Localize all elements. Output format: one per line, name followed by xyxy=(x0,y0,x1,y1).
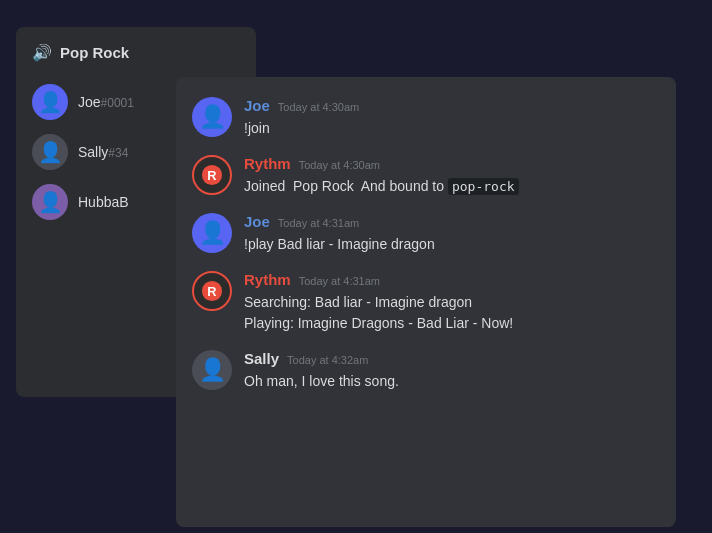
message-text-line: !play Bad liar - Imagine dragon xyxy=(244,234,660,255)
message-author: Sally xyxy=(244,350,279,367)
avatar: 👤 xyxy=(32,134,68,170)
message: R RythmToday at 4:30amJoined Pop Rock An… xyxy=(192,155,660,197)
message-avatar: 👤 xyxy=(192,213,232,253)
message-content: SallyToday at 4:32amOh man, I love this … xyxy=(244,350,660,392)
channel-name: Pop Rock xyxy=(60,44,129,61)
message-content: JoeToday at 4:30am!join xyxy=(244,97,660,139)
user-name: HubbaB xyxy=(78,194,129,210)
message-avatar: 👤 xyxy=(192,97,232,137)
user-name-wrap: Joe#0001 xyxy=(78,93,134,111)
message-text-line: !join xyxy=(244,118,660,139)
message-text-line: Oh man, I love this song. xyxy=(244,371,660,392)
message-text: Searching: Bad liar - Imagine dragonPlay… xyxy=(244,292,660,334)
avatar: 👤 xyxy=(32,84,68,120)
message-text: Oh man, I love this song. xyxy=(244,371,660,392)
user-name-wrap: HubbaB xyxy=(78,193,129,211)
chat-panel: 👤JoeToday at 4:30am!join R RythmToday at… xyxy=(176,77,676,527)
avatar-person-icon: 👤 xyxy=(199,220,226,246)
message-text-line: Joined Pop Rock And bound to pop-rock xyxy=(244,178,519,194)
message-header: RythmToday at 4:31am xyxy=(244,271,660,288)
message: 👤JoeToday at 4:31am!play Bad liar - Imag… xyxy=(192,213,660,255)
message-header: JoeToday at 4:31am xyxy=(244,213,660,230)
message-text-line: Playing: Imagine Dragons - Bad Liar - No… xyxy=(244,313,660,334)
messages-container[interactable]: 👤JoeToday at 4:30am!join R RythmToday at… xyxy=(176,77,676,527)
message-timestamp: Today at 4:31am xyxy=(299,275,380,287)
message-author: Rythm xyxy=(244,271,291,288)
avatar: 👤 xyxy=(32,184,68,220)
user-tag: #0001 xyxy=(101,96,134,110)
message-avatar: R xyxy=(192,271,232,311)
highlight-text: pop-rock xyxy=(448,178,519,195)
message-timestamp: Today at 4:32am xyxy=(287,354,368,366)
message-text: Joined Pop Rock And bound to pop-rock xyxy=(244,176,660,197)
message: 👤SallyToday at 4:32amOh man, I love this… xyxy=(192,350,660,392)
avatar-icon: 👤 xyxy=(38,190,63,214)
avatar-icon: 👤 xyxy=(38,90,63,114)
volume-icon: 🔊 xyxy=(32,43,52,62)
user-name-wrap: Sally#34 xyxy=(78,143,128,161)
message-content: JoeToday at 4:31am!play Bad liar - Imagi… xyxy=(244,213,660,255)
message-content: RythmToday at 4:31amSearching: Bad liar … xyxy=(244,271,660,334)
svg-text:R: R xyxy=(207,167,216,182)
app-wrapper: 🔊 Pop Rock 👤Joe#0001👤Sally#34👤HubbaB 👤Jo… xyxy=(16,17,696,517)
message-header: SallyToday at 4:32am xyxy=(244,350,660,367)
message-timestamp: Today at 4:30am xyxy=(278,101,359,113)
avatar-icon: 👤 xyxy=(38,140,63,164)
message-author: Rythm xyxy=(244,155,291,172)
message: 👤JoeToday at 4:30am!join xyxy=(192,97,660,139)
message-content: RythmToday at 4:30amJoined Pop Rock And … xyxy=(244,155,660,197)
user-name: Sally xyxy=(78,144,108,160)
message-avatar: R xyxy=(192,155,232,195)
message-text: !play Bad liar - Imagine dragon xyxy=(244,234,660,255)
user-tag: #34 xyxy=(108,146,128,160)
message-author: Joe xyxy=(244,97,270,114)
svg-text:R: R xyxy=(207,283,216,298)
message-timestamp: Today at 4:30am xyxy=(299,159,380,171)
message-text-line: Searching: Bad liar - Imagine dragon xyxy=(244,292,660,313)
user-name: Joe xyxy=(78,94,101,110)
message-header: JoeToday at 4:30am xyxy=(244,97,660,114)
avatar-person-icon: 👤 xyxy=(199,357,226,383)
message-header: RythmToday at 4:30am xyxy=(244,155,660,172)
channel-header: 🔊 Pop Rock xyxy=(16,43,256,78)
avatar-person-icon: 👤 xyxy=(199,104,226,130)
message-timestamp: Today at 4:31am xyxy=(278,217,359,229)
message-avatar: 👤 xyxy=(192,350,232,390)
message: R RythmToday at 4:31amSearching: Bad lia… xyxy=(192,271,660,334)
message-text: !join xyxy=(244,118,660,139)
message-author: Joe xyxy=(244,213,270,230)
